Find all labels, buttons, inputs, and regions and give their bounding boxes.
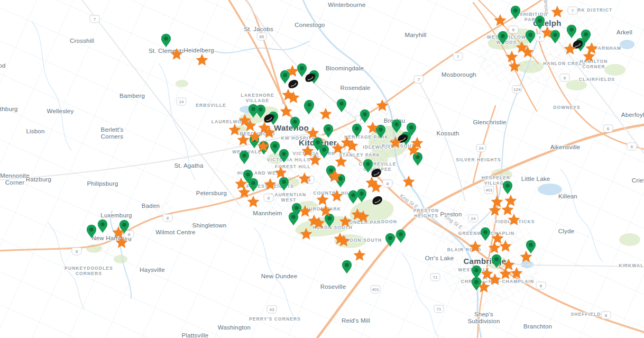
star-marker-icon[interactable]: [264, 178, 277, 191]
pin-marker[interactable]: [270, 141, 281, 155]
star-marker-icon[interactable]: [376, 99, 389, 112]
town-label: New Dundee: [261, 273, 297, 280]
pin-marker[interactable]: [395, 229, 407, 243]
star-marker-icon[interactable]: [366, 122, 379, 134]
star-marker-icon[interactable]: [237, 134, 250, 147]
star-marker-icon[interactable]: [298, 172, 311, 185]
town-label: Shingletown: [192, 222, 227, 229]
star-marker-icon[interactable]: [370, 181, 382, 194]
star-marker-icon[interactable]: [564, 43, 576, 56]
pin-marker[interactable]: [97, 219, 108, 233]
route-shield: 124: [512, 86, 522, 94]
star-marker-icon[interactable]: [389, 136, 402, 149]
pin-marker[interactable]: [352, 123, 363, 138]
pin-marker[interactable]: [566, 24, 577, 39]
pin-marker[interactable]: [510, 5, 521, 20]
star-marker-icon[interactable]: [508, 60, 521, 73]
star-marker-icon[interactable]: [469, 241, 482, 253]
star-marker-icon[interactable]: [330, 190, 343, 203]
town-label: Aberfoyle: [621, 112, 644, 118]
star-marker-icon[interactable]: [280, 105, 292, 118]
area-label: DOON SOUTH: [346, 238, 382, 243]
star-marker-icon[interactable]: [494, 14, 507, 27]
star-marker-icon[interactable]: [300, 228, 312, 241]
route-shield: 401: [484, 186, 494, 194]
route-shield: 6: [560, 74, 570, 82]
town-label: Mannheim: [253, 210, 282, 217]
star-marker-icon[interactable]: [247, 196, 260, 208]
town-label: Washington: [218, 324, 251, 331]
star-marker-icon[interactable]: [332, 142, 344, 155]
star-marker-icon[interactable]: [309, 154, 321, 167]
star-marker-icon[interactable]: [583, 50, 595, 63]
pin-marker[interactable]: [323, 124, 334, 138]
star-marker-icon[interactable]: [170, 48, 183, 61]
pin-marker[interactable]: [336, 98, 347, 113]
star-marker-icon[interactable]: [521, 46, 534, 59]
star-marker-icon[interactable]: [319, 205, 332, 217]
area-label: FARNHAM: [595, 46, 621, 51]
star-marker-icon[interactable]: [489, 204, 501, 217]
town-label: Petersburg: [196, 190, 227, 197]
star-marker-icon[interactable]: [312, 217, 325, 230]
star-marker-icon[interactable]: [489, 273, 501, 286]
pin-marker[interactable]: [502, 180, 513, 195]
pin-marker[interactable]: [290, 116, 301, 131]
map-canvas[interactable]: KitchenerWaterlooGuelphCambridgeodlithbu…: [0, 0, 644, 338]
pin-marker[interactable]: [360, 109, 371, 123]
pin-marker[interactable]: [356, 188, 367, 203]
pin-marker[interactable]: [288, 212, 299, 226]
pin-marker[interactable]: [161, 33, 172, 48]
star-marker-icon[interactable]: [499, 240, 512, 253]
town-label: Conestogo: [295, 22, 325, 29]
black-blob-marker-icon[interactable]: [371, 196, 384, 206]
star-marker-icon[interactable]: [407, 144, 420, 157]
pin-marker[interactable]: [480, 227, 491, 241]
star-marker-icon[interactable]: [196, 54, 208, 67]
star-marker-icon[interactable]: [339, 215, 352, 228]
town-label: Orr's Lake: [425, 255, 454, 262]
town-label: Crosshill: [70, 38, 94, 44]
star-marker-icon[interactable]: [329, 170, 342, 182]
star-marker-icon[interactable]: [508, 214, 520, 226]
pin-marker[interactable]: [239, 150, 250, 165]
pin-marker[interactable]: [86, 224, 97, 239]
star-marker-icon[interactable]: [402, 176, 415, 188]
pin-marker[interactable]: [491, 254, 502, 268]
pin-marker[interactable]: [304, 99, 315, 114]
star-marker-icon[interactable]: [346, 140, 358, 152]
star-marker-icon[interactable]: [319, 108, 332, 121]
star-marker-icon[interactable]: [257, 140, 270, 153]
black-blob-marker-icon[interactable]: [287, 79, 300, 89]
star-marker-icon[interactable]: [353, 249, 366, 262]
black-blob-marker-icon[interactable]: [304, 73, 317, 83]
star-marker-icon[interactable]: [286, 65, 299, 78]
area-label: DOON: [381, 220, 397, 225]
route-shield: 6: [627, 143, 637, 151]
star-marker-icon[interactable]: [357, 211, 370, 223]
star-marker-icon[interactable]: [520, 251, 532, 263]
star-marker-icon[interactable]: [551, 6, 564, 19]
star-marker-icon[interactable]: [115, 236, 128, 249]
star-marker-icon[interactable]: [337, 235, 350, 248]
star-marker-icon[interactable]: [477, 281, 490, 294]
star-marker-icon[interactable]: [335, 156, 347, 168]
route-shield: 6: [509, 26, 519, 34]
route-shield: 8: [72, 248, 82, 255]
pin-marker[interactable]: [342, 260, 353, 274]
town-label: Mennonite Corner: [0, 172, 30, 186]
pin-marker[interactable]: [498, 31, 509, 45]
area-label: SHEFFIELD: [571, 312, 601, 317]
star-marker-icon[interactable]: [510, 267, 523, 280]
route-shield: 24: [476, 144, 486, 152]
town-label: lithburg: [0, 106, 18, 113]
star-marker-icon[interactable]: [307, 127, 319, 140]
pin-marker[interactable]: [385, 233, 396, 247]
star-marker-icon[interactable]: [263, 126, 275, 139]
star-marker-icon[interactable]: [541, 26, 554, 39]
route-shield: 401: [370, 286, 380, 294]
star-marker-icon[interactable]: [274, 167, 287, 179]
star-marker-icon[interactable]: [287, 92, 300, 104]
town-label: Bloomingdale: [326, 65, 364, 72]
town-label: Haysville: [140, 267, 165, 273]
